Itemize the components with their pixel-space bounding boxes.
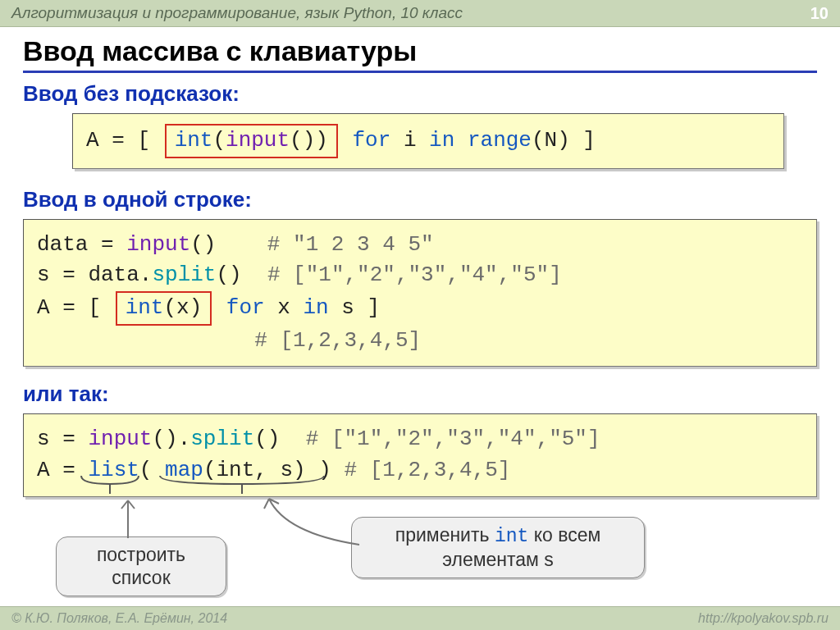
title-underline [23, 71, 817, 73]
code-text: (). [152, 427, 190, 451]
callouts-area: построить список применить int ко всем э… [23, 507, 817, 614]
code-block-2: data = input() # "1 2 3 4 5" s = data.sp… [23, 219, 817, 368]
code-text: s = data. [37, 262, 152, 287]
kw-int: int [126, 295, 164, 320]
page-number: 10 [810, 0, 829, 26]
callout-highlight: int [495, 526, 528, 547]
header-title: Алгоритмизация и программирование, язык … [11, 4, 463, 21]
kw-int: int [175, 128, 213, 153]
code-text: s = [37, 427, 88, 451]
slide-content: Ввод массива с клавиатуры Ввод без подск… [0, 27, 840, 497]
section1-heading: Ввод без подсказок: [23, 81, 817, 107]
section2-heading: Ввод в одной строке: [23, 187, 817, 212]
code-text [454, 128, 468, 153]
callout-pointer-icon [112, 494, 144, 540]
code-text: () [216, 262, 267, 287]
header-bar: Алгоритмизация и программирование, язык … [0, 0, 840, 27]
callout-text: построить список [97, 544, 185, 588]
kw-in: in [429, 128, 454, 153]
code-block-1: A = [ int(input()) for i in range(N) ] [72, 113, 784, 169]
highlight-box: int(x) [116, 291, 212, 326]
kw-input: input [88, 427, 152, 451]
callout-pointer-icon [261, 492, 376, 550]
comment: # [1,2,3,4,5] [345, 458, 511, 482]
footer-authors: © К.Ю. Поляков, Е.А. Ерёмин, 2014 [11, 611, 227, 625]
highlight-box: int(input()) [165, 124, 338, 158]
kw-for: for [352, 128, 390, 153]
footer-bar: © К.Ю. Поляков, Е.А. Ерёмин, 2014 http:/… [0, 606, 840, 630]
page-title: Ввод массива с клавиатуры [23, 35, 817, 67]
section3-heading: или так: [23, 381, 817, 407]
code-text [340, 128, 353, 153]
code-text: x [265, 295, 304, 320]
code-text: A = [ [86, 128, 163, 153]
kw-range: range [468, 128, 532, 153]
kw-input: input [226, 128, 290, 153]
kw-in: in [303, 295, 328, 320]
code-text: () [190, 232, 267, 257]
footer-site: http://kpolyakov.spb.ru [698, 607, 829, 630]
code-text [213, 295, 226, 320]
code-text: i [390, 128, 429, 153]
kw-split: split [190, 427, 254, 451]
comment: # [1,2,3,4,5] [254, 328, 421, 353]
callout-text: применить [395, 524, 495, 546]
kw-input: input [126, 232, 190, 257]
kw-for: for [226, 295, 265, 320]
callout-left: построить список [56, 536, 226, 596]
code-text: data = [37, 232, 126, 257]
code-text: () [254, 427, 305, 451]
kw-split: split [152, 262, 216, 287]
comment: # ["1","2","3","4","5"] [306, 427, 600, 451]
code-text: (N) ] [532, 128, 596, 153]
code-text [37, 328, 254, 353]
code-text: A = [ [37, 295, 114, 320]
callout-right: применить int ко всем элементам s [351, 517, 645, 578]
code-text: s ] [329, 295, 380, 320]
comment: # ["1","2","3","4","5"] [267, 262, 562, 287]
comment: # "1 2 3 4 5" [267, 232, 434, 257]
